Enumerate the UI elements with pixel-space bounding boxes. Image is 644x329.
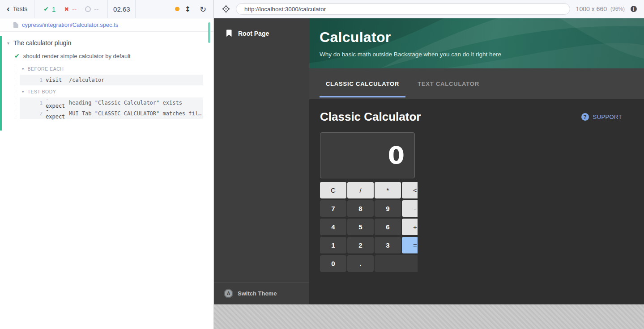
tab-label: CLASSIC CALCULATOR [326,80,399,87]
support-label: SUPPORT [593,114,622,120]
hook-before-each[interactable]: ▾ BEFORE EACH [22,66,213,72]
reporter-scrollbar-thumb[interactable] [208,22,210,43]
spec-file-link[interactable]: cypress/integration/Calculator.spec.ts [22,21,118,28]
keypad-spacer [375,255,418,272]
sidebar-item-root-page[interactable]: Root Page [214,18,309,37]
stat-pending[interactable]: -- [85,5,98,13]
spec-file-bar: cypress/integration/Calculator.spec.ts [0,18,213,32]
app-main: Calculator Why do basic math outside Bac… [309,18,644,304]
check-icon: ✔ [14,52,20,59]
key-minus[interactable]: - [402,200,418,217]
command-message: heading "Classic Calculator" exists [69,100,203,106]
key-plus[interactable]: + [402,219,418,235]
command-number: 1 [20,77,43,83]
key-6[interactable]: 6 [375,219,401,235]
page-header: Calculator Why do basic math outside Bac… [309,18,644,68]
key-decimal[interactable]: . [347,255,374,272]
key-equals[interactable]: = [402,237,418,253]
tab-text-calculator[interactable]: TEXT CALCULATOR [405,68,491,99]
check-icon: ✔ [43,5,49,13]
stage-background-hatch [214,304,644,329]
command-message: /calculator [69,77,203,83]
test-row[interactable]: ✔ should render simple calculator by def… [2,52,213,59]
command-row-expect-1[interactable]: 1 - expect heading "Classic Calculator" … [20,97,203,108]
key-5[interactable]: 5 [347,219,374,235]
key-2[interactable]: 2 [347,237,374,253]
collapse-triangle-icon: ▾ [22,89,24,94]
tab-content: Classic Calculator ? SUPPORT 0 C / * < [309,99,644,304]
test-results-block: ▾ The calculator plugin ✔ should render … [0,36,213,131]
tab-bar: CLASSIC CALCULATOR TEXT CALCULATOR [309,68,644,99]
hook-test-body[interactable]: ▾ TEST BODY [22,89,213,94]
selector-playground-icon[interactable] [222,5,230,13]
passed-count: 1 [52,5,55,13]
screen: ‹ Tests ✔ 1 ✖ -- -- 02.63 [0,0,644,329]
url-input[interactable]: http://localhost:3000/calculator [236,3,570,15]
back-to-tests-button[interactable]: ‹ Tests [0,0,34,18]
chevron-left-icon: ‹ [7,4,10,13]
stat-failed[interactable]: ✖ -- [64,5,77,13]
command-message: MUI Tab "CLASSIC CALCULATOR" matches fil… [69,110,203,117]
command-block: 1 - expect heading "Classic Calculator" … [20,97,203,119]
url-text: http://localhost:3000/calculator [244,6,326,13]
calculator-display-value: 0 [388,141,405,169]
command-number: 1 [20,100,43,106]
key-9[interactable]: 9 [375,200,401,217]
viewport-size: 1000 x 660 [576,5,607,13]
stat-passed[interactable]: ✔ 1 [43,5,55,13]
cypress-reporter-panel: ‹ Tests ✔ 1 ✖ -- -- 02.63 [0,0,214,329]
page-title: Calculator [320,29,391,46]
reporter-header-right: ↕ ↻ [175,4,214,14]
key-3[interactable]: 3 [375,237,401,253]
key-7[interactable]: 7 [320,200,346,217]
calculator-keypad: C / * < 7 8 9 - 4 5 6 + 1 2 3 [320,182,418,272]
app-iframe: Root Page A Switch Theme Calculator Why … [214,18,644,304]
hook-name: TEST BODY [28,89,56,94]
command-method: visit [46,77,67,83]
support-button[interactable]: ? SUPPORT [581,113,622,121]
pending-circle-icon [85,6,91,12]
key-8[interactable]: 8 [347,200,374,217]
collapse-triangle-icon: ▾ [22,67,24,71]
help-icon: ? [581,113,589,121]
refresh-icon[interactable]: ↻ [200,4,206,14]
content-heading: Classic Calculator [320,110,421,124]
key-clear[interactable]: C [320,182,346,198]
status-dot-icon [175,7,179,11]
test-title: should render simple calculator by defau… [23,53,131,59]
scroll-toggle-icon[interactable]: ↕ [185,5,191,13]
command-number: 2 [20,111,43,117]
key-divide[interactable]: / [347,182,374,198]
bookmark-icon [226,30,232,37]
calculator-widget: 0 C / * < 7 8 9 - 4 5 6 + [320,132,418,272]
collapse-triangle-icon: ▾ [7,41,9,46]
key-1[interactable]: 1 [320,237,346,253]
key-4[interactable]: 4 [320,219,346,235]
file-icon [13,22,18,28]
active-tab-indicator [320,96,405,97]
command-method: - expect [46,107,67,120]
key-multiply[interactable]: * [375,182,401,198]
tab-classic-calculator[interactable]: CLASSIC CALCULATOR [320,68,405,99]
viewport-scale: (96%) [610,6,625,12]
divider [135,0,136,18]
reporter-header: ‹ Tests ✔ 1 ✖ -- -- 02.63 [0,0,213,18]
calculator-display: 0 [320,132,415,178]
key-0[interactable]: 0 [320,255,346,272]
command-block: 1 visit /calculator [20,75,203,85]
hooks-list: ▾ BEFORE EACH 1 visit /calculator ▾ TEST… [15,66,213,119]
key-backspace[interactable]: < [402,182,418,198]
sidebar-item-label: Root Page [238,30,269,37]
brightness-auto-icon: A [225,290,232,297]
switch-theme-label: Switch Theme [238,290,277,297]
sidebar-item-switch-theme[interactable]: A Switch Theme [214,282,309,304]
info-icon[interactable]: i [631,6,637,12]
pending-count: -- [94,5,98,13]
back-to-tests-label: Tests [13,5,28,13]
suite-row[interactable]: ▾ The calculator plugin [2,39,213,46]
command-row-visit[interactable]: 1 visit /calculator [20,75,203,85]
app-sidebar: Root Page A Switch Theme [214,18,309,304]
failed-count: -- [72,5,77,13]
command-row-expect-2[interactable]: 2 - expect MUI Tab "CLASSIC CALCULATOR" … [20,108,203,119]
cross-icon: ✖ [64,6,69,13]
